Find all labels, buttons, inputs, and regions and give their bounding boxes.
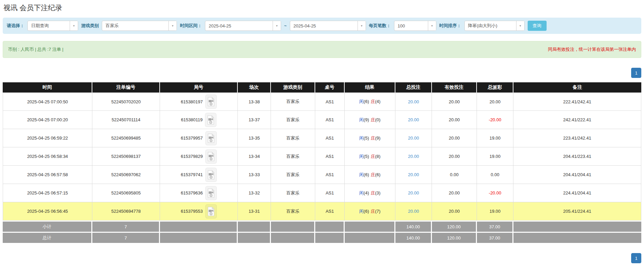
sort-order-select[interactable]: 降幂(由大到小) ▼ — [464, 21, 525, 31]
table-row: 2025-04-25 06:59:22 522450699485 6153799… — [3, 129, 641, 147]
summary-label: 小计 — [3, 221, 92, 232]
cell-time: 2025-04-25 06:57:15 — [3, 184, 92, 202]
summary-notice: 同局有效投注，统一计算在该局第一张注单内 — [548, 46, 636, 53]
page-title: 视讯 会员下注纪录 — [3, 0, 641, 18]
total-bet-link[interactable]: 20.00 — [408, 117, 419, 122]
cell-result: 闲(4)庄(3) — [345, 184, 395, 202]
cell-round-id: 615379741 — [160, 166, 238, 184]
cell-valid-bet: 20.00 — [432, 202, 477, 221]
cell-session: 13-31 — [238, 202, 271, 221]
game-type-select[interactable]: 百家乐 ▼ — [102, 21, 177, 31]
cell-table-number: AS1 — [315, 202, 345, 221]
video-replay-button[interactable] — [205, 168, 217, 182]
date-from-value: 2025-04-25 — [205, 23, 273, 28]
chevron-down-icon[interactable]: ▼ — [428, 21, 436, 30]
summary-count: 7 — [92, 221, 160, 232]
search-button[interactable]: 查询 — [528, 21, 547, 31]
total-bet-link[interactable]: 20.00 — [408, 99, 419, 104]
cell-time: 2025-04-25 06:57:58 — [3, 166, 92, 184]
chevron-down-icon[interactable]: ▼ — [516, 21, 524, 30]
cell-table-number: AS1 — [315, 147, 345, 166]
page-size-label: 每页笔数： — [369, 23, 391, 29]
table-row: 2025-04-25 06:57:58 522450697062 6153797… — [3, 166, 641, 184]
total-bet-link[interactable]: 20.00 — [408, 154, 419, 159]
cell-valid-bet: 20.00 — [432, 129, 477, 147]
cell-time: 2025-04-25 07:00:20 — [3, 111, 92, 129]
cell-bet-id: 522450695805 — [92, 184, 160, 202]
video-file-icon — [207, 207, 215, 216]
cell-round-id: 615379829 — [160, 147, 238, 166]
cell-time: 2025-04-25 06:56:45 — [3, 202, 92, 221]
cell-valid-bet: 20.00 — [432, 92, 477, 111]
summary-currency-count: 币别 : 人民币 | 总共 :7 注单 | — [8, 46, 64, 53]
cell-payout: 19.00 — [477, 147, 513, 166]
total-bet-link[interactable]: 20.00 — [408, 172, 419, 177]
cell-payout: 0.00 — [477, 166, 513, 184]
video-replay-button[interactable] — [205, 95, 217, 109]
cell-payout: 19.00 — [477, 202, 513, 221]
date-to-select[interactable]: 2025-04-25 ▼ — [290, 21, 366, 31]
column-header: 有效投注 — [432, 82, 477, 92]
summary-total-bet: 140.00 — [395, 221, 432, 232]
total-bet-link[interactable]: 20.00 — [408, 209, 419, 214]
pagination-page-1[interactable]: 1 — [631, 68, 641, 78]
pagination-bottom: 1 — [3, 253, 641, 263]
table-row: 2025-04-25 06:57:15 522450695805 6153796… — [3, 184, 641, 202]
cell-session: 13-38 — [238, 92, 271, 111]
cell-total-bet: 20.00 — [395, 184, 432, 202]
cell-round-id: 615379636 — [160, 184, 238, 202]
cell-game-type: 百家乐 — [271, 202, 315, 221]
cell-round-id: 615380119 — [160, 111, 238, 129]
date-to-value: 2025-04-25 — [290, 23, 358, 28]
cell-total-bet: 20.00 — [395, 111, 432, 129]
video-replay-button[interactable] — [205, 113, 216, 127]
column-header: 游戏类别 — [271, 82, 315, 92]
video-file-icon — [207, 170, 215, 180]
cell-bet-id: 522450702020 — [92, 92, 160, 111]
pagination-page-1[interactable]: 1 — [631, 253, 641, 263]
cell-table-number: AS1 — [315, 129, 345, 147]
summary-valid-bet: 120.00 — [432, 232, 477, 243]
cell-payout: 20.00 — [477, 92, 513, 111]
page-size-select[interactable]: 100 ▼ — [394, 21, 436, 31]
video-file-icon — [207, 152, 215, 161]
summary-bar: 币别 : 人民币 | 总共 :7 注单 | 同局有效投注，统一计算在该局第一张注… — [3, 41, 641, 58]
date-from-select[interactable]: 2025-04-25 ▼ — [205, 21, 281, 31]
cell-valid-bet: 20.00 — [432, 111, 477, 129]
cell-session: 13-35 — [238, 129, 271, 147]
column-header: 局号 — [160, 82, 238, 92]
column-header: 总派彩 — [477, 82, 513, 92]
video-replay-button[interactable] — [205, 131, 217, 145]
table-summary-row: 总计 7 140.00 120.00 37.00 — [3, 232, 641, 243]
cell-total-bet: 20.00 — [395, 166, 432, 184]
video-replay-button[interactable] — [205, 149, 217, 164]
cell-total-bet: 20.00 — [395, 202, 432, 221]
query-type-value: 日期查询 — [28, 23, 70, 29]
column-header: 备注 — [513, 82, 641, 92]
total-bet-link[interactable]: 20.00 — [408, 190, 419, 195]
video-replay-button[interactable] — [205, 186, 217, 200]
cell-result: 闲(6)庄(4) — [345, 92, 395, 111]
query-type-select[interactable]: 日期查询 ▼ — [27, 21, 78, 31]
cell-game-type: 百家乐 — [271, 184, 315, 202]
chevron-down-icon[interactable]: ▼ — [273, 21, 281, 30]
cell-note: 222.41/242.41 — [513, 92, 641, 111]
table-row: 2025-04-25 07:00:50 522450702020 6153801… — [3, 92, 641, 111]
video-file-icon — [207, 188, 215, 198]
cell-result: 闲(6)庄(6) — [345, 166, 395, 184]
video-file-icon — [207, 133, 215, 143]
summary-valid-bet: 120.00 — [432, 221, 477, 232]
cell-time: 2025-04-25 06:59:22 — [3, 129, 92, 147]
cell-time: 2025-04-25 06:58:34 — [3, 147, 92, 166]
cell-round-id: 615380197 — [160, 92, 238, 111]
summary-payout: 37.00 — [477, 232, 513, 243]
chevron-down-icon[interactable]: ▼ — [358, 21, 366, 30]
chevron-down-icon[interactable]: ▼ — [168, 21, 177, 30]
cell-total-bet: 20.00 — [395, 92, 432, 111]
video-replay-button[interactable] — [205, 204, 217, 219]
cell-round-id: 615379553 — [160, 202, 238, 221]
cell-game-type: 百家乐 — [271, 129, 315, 147]
chevron-down-icon[interactable]: ▼ — [70, 21, 78, 30]
cell-note: 224.41/204.41 — [513, 184, 641, 202]
total-bet-link[interactable]: 20.00 — [408, 136, 419, 141]
